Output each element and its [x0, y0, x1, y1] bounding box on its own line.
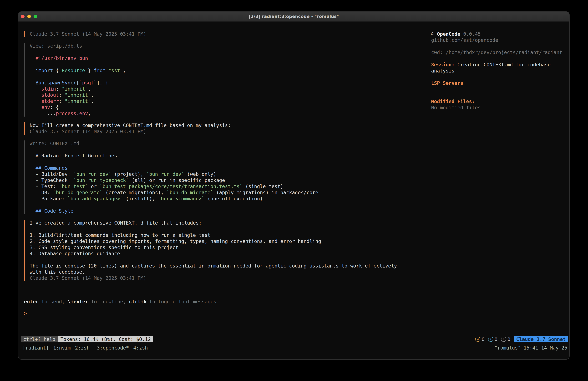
tmux-status-bar: [radiant] 1:nvim 2:zsh- 3:opencode* 4:zs… [18, 344, 569, 351]
window-title: [2/3] radiant:3:opencode - "romulus" [249, 14, 339, 19]
text-segment: `bun test packages/core/test/transaction… [100, 183, 243, 189]
desktop: { "window": { "title": "[2/3] radiant:3:… [0, 0, 588, 381]
text-segment: The file is concise (20 lines) and captu… [30, 263, 400, 275]
assistant-message-block: Now I'll create a comprehensive CONTEXT.… [24, 122, 402, 135]
text-line [431, 56, 564, 62]
text-line: LSP Servers [431, 80, 564, 86]
text-segment: ctrl+h [129, 299, 146, 304]
warning-icon: w [475, 336, 480, 342]
text-segment: spawnSync [47, 80, 73, 86]
text-segment [30, 92, 41, 98]
text-segment: , [88, 111, 91, 116]
text-line [431, 92, 564, 98]
text-segment: © [431, 31, 437, 37]
text-segment: to toggle tool messages [147, 299, 216, 304]
tmux-window-opencode[interactable]: 3:opencode* [97, 345, 129, 351]
text-segment: cwd: /home/thdxr/dev/projects/radiant/ra… [431, 49, 562, 55]
text-line: stderr: "inherit", [30, 98, 402, 104]
text-segment: : [56, 86, 62, 92]
text-segment: , [91, 92, 94, 98]
text-segment: Claude 3.7 Sonnet (14 May 2025 03:41 PM) [30, 129, 146, 134]
text-segment: : [59, 98, 65, 104]
window-controls [21, 12, 37, 21]
text-line: Bun.spawnSync([`psql`], { [30, 80, 402, 86]
text-line: - Test: `bun test` or `bun test packages… [30, 183, 402, 190]
assistant-message-block: I've created a comprehensive CONTEXT.md … [24, 220, 402, 281]
hint-count: 0 [507, 336, 510, 342]
model-badge: Claude 3.7 Sonnet [514, 336, 568, 342]
text-line: View: script/db.ts [30, 43, 402, 49]
text-line [30, 257, 402, 263]
text-segment: \+enter [68, 299, 88, 304]
text-segment: # Radiant Project Guidelines [30, 153, 117, 158]
text-segment [30, 98, 41, 104]
text-line: I've created a comprehensive CONTEXT.md … [30, 220, 402, 226]
text-segment: LSP Servers [431, 80, 463, 86]
text-segment: } [85, 68, 94, 73]
diagnostic-hints: h 0 [501, 336, 510, 342]
text-segment: 1. Build/lint/test commands including ho… [30, 232, 210, 238]
text-segment: ... [30, 111, 56, 116]
text-segment: . [44, 80, 47, 86]
text-line: Modified Files: [431, 98, 564, 105]
text-segment: - Build/Dev: [30, 171, 73, 177]
text-line: Claude 3.7 Sonnet (14 May 2025 03:41 PM) [30, 129, 402, 135]
text-segment: (install), [123, 196, 158, 202]
tmux-window-nvim[interactable]: 1:nvim [53, 345, 71, 351]
text-line [431, 74, 564, 80]
text-segment: - Package: [30, 196, 68, 202]
text-segment [30, 55, 36, 61]
text-segment: - Test: [30, 183, 59, 189]
text-line: - Package: `bun add <package>` (install)… [30, 196, 402, 202]
text-segment: `bun db generate` [53, 190, 103, 195]
text-segment: OpenCode [437, 31, 460, 37]
sidebar: © OpenCode 0.0.45github.com/sst/opencode… [431, 31, 564, 111]
minimize-button[interactable] [27, 15, 31, 18]
prompt-input[interactable]: > [24, 310, 564, 323]
tmux-window-zsh2[interactable]: 2:zsh- [75, 345, 92, 351]
text-segment: : [59, 92, 65, 98]
tool-view-block: View: script/db.ts #!/usr/bin/env bun im… [24, 43, 402, 116]
text-segment: , [88, 86, 91, 92]
keybind-help: enter to send, \+enter for newline, ctrl… [24, 299, 564, 305]
tmux-window-list: [radiant] 1:nvim 2:zsh- 3:opencode* 4:zs… [22, 345, 148, 351]
text-segment: Claude 3.7 Sonnet (14 May 2025 03:41 PM) [30, 31, 146, 37]
text-segment [30, 165, 36, 171]
close-button[interactable] [21, 15, 24, 18]
text-segment: View: script/db.ts [30, 43, 82, 49]
zoom-button[interactable] [34, 15, 37, 18]
text-segment: (single test) [243, 183, 283, 189]
text-segment: Bun [36, 80, 44, 86]
message-meta-block: Claude 3.7 Sonnet (14 May 2025 03:41 PM) [24, 31, 402, 37]
text-segment: `bun run dev` [73, 171, 111, 177]
status-bar: ctrl+? help Tokens: 16.4K (8%), Cost: $0… [18, 336, 569, 343]
text-segment: - TypeCheck: [30, 178, 73, 183]
text-segment [30, 104, 41, 110]
help-badge: ctrl+? help [21, 336, 58, 342]
text-line [30, 61, 402, 67]
text-line: The file is concise (20 lines) and captu… [30, 263, 402, 275]
text-line: 2. Code style guidelines covering import… [30, 238, 402, 245]
text-segment: to send, [39, 299, 68, 304]
text-segment [30, 80, 36, 86]
text-line: #!/usr/bin/env bun [30, 55, 402, 61]
text-segment: for newline, [88, 299, 129, 304]
tmux-window-zsh4[interactable]: 4:zsh [133, 345, 148, 351]
text-segment: `bun run typecheck` [73, 178, 129, 183]
text-line: ...process.env, [30, 111, 402, 116]
text-segment: ([ [73, 80, 79, 86]
text-segment: `bun test` [59, 183, 88, 189]
text-segment: stdout [41, 92, 59, 98]
tmux-session-name: [radiant] [22, 345, 49, 351]
text-line: No modified files [431, 105, 564, 111]
text-line: import { Resource } from "sst"; [30, 67, 402, 74]
text-line: 4. Database operations guidance [30, 250, 402, 257]
text-line: - DB: `bun db generate` (create migratio… [30, 190, 402, 196]
text-segment: Session: [431, 62, 455, 67]
diagnostic-warnings: w 0 [475, 336, 484, 342]
text-segment: Write: CONTEXT.md [30, 141, 79, 146]
info-icon: i [488, 336, 493, 342]
text-segment: ], { [97, 80, 108, 86]
terminal-window: [2/3] radiant:3:opencode - "romulus" Cla… [18, 12, 569, 359]
text-line: ## Commands [30, 165, 402, 171]
